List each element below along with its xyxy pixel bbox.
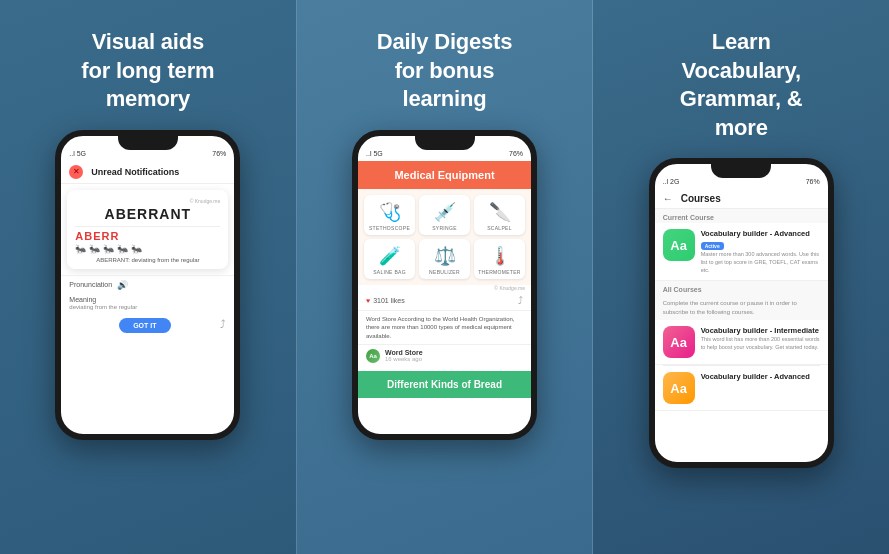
all-section-label: All Courses [655, 281, 828, 295]
course-icon-green: Aa [663, 229, 695, 261]
ws-avatar: Aa [366, 349, 380, 363]
back-arrow-icon[interactable]: ← [663, 193, 673, 204]
left-status-signal: ..l 5G [69, 150, 86, 157]
course-info-2: Vocabulary builder - Advanced [701, 372, 820, 381]
center-panel: Daily Digests for bonus learning ..l 5G … [296, 0, 594, 554]
equip-saline-label: SALINE BAG [368, 269, 411, 275]
knudge-label: © Knudge.me [75, 198, 220, 204]
active-badge: Active [701, 242, 724, 250]
equip-stethoscope-label: STETHOSCOPE [368, 225, 411, 231]
saline-icon: 🧪 [368, 245, 411, 267]
equip-nebulizer: ⚖️ NEBULIZER [419, 239, 470, 279]
equipment-grid: 🩺 STETHOSCOPE 💉 SYRINGE 🔪 SCALPEL 🧪 SALI… [358, 189, 531, 285]
equip-scalpel-label: SCALPEL [478, 225, 521, 231]
equip-syringe: 💉 SYRINGE [419, 195, 470, 235]
current-section-label: Current Course [655, 209, 828, 223]
ws-name: Word Store [385, 349, 423, 356]
word-card: © Knudge.me ABERRANT ABERR 🐜🐜🐜🐜🐜 ABERRAN… [67, 190, 228, 269]
equip-nebulizer-label: NEBULIZER [423, 269, 466, 275]
course-desc-0: Master more than 300 advanced words. Use… [701, 251, 820, 274]
course-icon-pink: Aa [663, 326, 695, 358]
center-status-battery: 76% [509, 150, 523, 157]
right-status-signal: ..l 2G [663, 178, 680, 185]
thermometer-icon: 🌡️ [478, 245, 521, 267]
course-item-0[interactable]: Aa Vocabulary builder - Advanced Active … [655, 223, 828, 281]
course-name-0: Vocabulary builder - Advanced [701, 229, 810, 238]
course-name-2: Vocabulary builder - Advanced [701, 372, 810, 381]
word-store-text: Word Store According to the World Health… [366, 315, 523, 340]
scalpel-icon: 🔪 [478, 201, 521, 223]
equip-thermometer: 🌡️ THERMOMETER [474, 239, 525, 279]
meaning-label: Meaning [69, 296, 226, 303]
course-name-row-0: Vocabulary builder - Advanced Active [701, 229, 820, 250]
heart-icon: ♥ [366, 297, 370, 304]
right-panel: Learn Vocabulary, Grammar, & more ..l 2G… [593, 0, 889, 554]
bread-banner: Different Kinds of Bread [358, 371, 531, 398]
word-store-section: Word Store According to the World Health… [358, 311, 531, 344]
equip-stethoscope: 🩺 STETHOSCOPE [364, 195, 415, 235]
stethoscope-icon: 🩺 [368, 201, 411, 223]
course-name-row-1: Vocabulary builder - Intermediate [701, 326, 820, 335]
course-item-1[interactable]: Aa Vocabulary builder - Intermediate Thi… [655, 320, 828, 365]
right-status-battery: 76% [806, 178, 820, 185]
left-status-bar: ..l 5G 76% [61, 136, 234, 161]
word-partial: ABERR [75, 230, 220, 242]
course-icon-orange: Aa [663, 372, 695, 404]
center-panel-title: Daily Digests for bonus learning [377, 28, 513, 114]
equip-scalpel: 🔪 SCALPEL [474, 195, 525, 235]
course-name-1: Vocabulary builder - Intermediate [701, 326, 819, 335]
ws-footer: Aa Word Store 16 weeks ago [358, 344, 531, 367]
equip-thermometer-label: THERMOMETER [478, 269, 521, 275]
likes-row: ♥ 3101 likes ⤴ [358, 291, 531, 311]
course-info-1: Vocabulary builder - Intermediate This w… [701, 326, 820, 351]
left-panel-title: Visual aids for long term memory [81, 28, 214, 114]
nebulizer-icon: ⚖️ [423, 245, 466, 267]
courses-header: ← Courses [655, 189, 828, 209]
equip-saline: 🧪 SALINE BAG [364, 239, 415, 279]
center-phone: ..l 5G 76% Medical Equipment 🩺 STETHOSCO… [352, 130, 537, 440]
pronunciation-section: Pronunciation 🔊 [61, 275, 234, 294]
syringe-icon: 💉 [423, 201, 466, 223]
ants-row: 🐜🐜🐜🐜🐜 [75, 244, 220, 254]
left-phone: ..l 5G 76% ✕ Unread Notifications © Knud… [55, 130, 240, 440]
left-phone-header: ✕ Unread Notifications [61, 161, 234, 184]
course-item-2[interactable]: Aa Vocabulary builder - Advanced [655, 366, 828, 411]
notification-title: Unread Notifications [91, 167, 179, 177]
course-name-row-2: Vocabulary builder - Advanced [701, 372, 820, 381]
right-status-bar: ..l 2G 76% [655, 164, 828, 189]
share-center-icon[interactable]: ⤴ [518, 295, 523, 306]
got-it-button[interactable]: GOT IT [119, 318, 170, 333]
right-phone: ..l 2G 76% ← Courses Current Course Aa V… [649, 158, 834, 468]
center-status-bar: ..l 5G 76% [358, 136, 531, 161]
share-icon[interactable]: ⤴ [220, 318, 226, 330]
likes-count: 3101 likes [373, 297, 405, 304]
digest-header: Medical Equipment [358, 161, 531, 189]
equip-syringe-label: SYRINGE [423, 225, 466, 231]
meaning-section: Meaning deviating from the regular [61, 294, 234, 312]
word-definition: ABERRANT: deviating from the regular [75, 257, 220, 263]
meaning-text: deviating from the regular [69, 304, 226, 310]
courses-title: Courses [681, 193, 721, 204]
pronunciation-label: Pronunciation [69, 281, 112, 288]
center-status-signal: ..l 5G [366, 150, 383, 157]
left-status-battery: 76% [212, 150, 226, 157]
close-button[interactable]: ✕ [69, 165, 83, 179]
course-info-0: Vocabulary builder - Advanced Active Mas… [701, 229, 820, 274]
course-desc-1: This word list has more than 200 essenti… [701, 336, 820, 351]
digest-title: Medical Equipment [394, 169, 494, 181]
left-panel: Visual aids for long term memory ..l 5G … [0, 0, 296, 554]
word-main: ABERRANT [75, 206, 220, 222]
all-courses-desc: Complete the current course or pause it … [655, 295, 828, 320]
ws-time: 16 weeks ago [385, 356, 423, 362]
right-panel-title: Learn Vocabulary, Grammar, & more [680, 28, 803, 142]
